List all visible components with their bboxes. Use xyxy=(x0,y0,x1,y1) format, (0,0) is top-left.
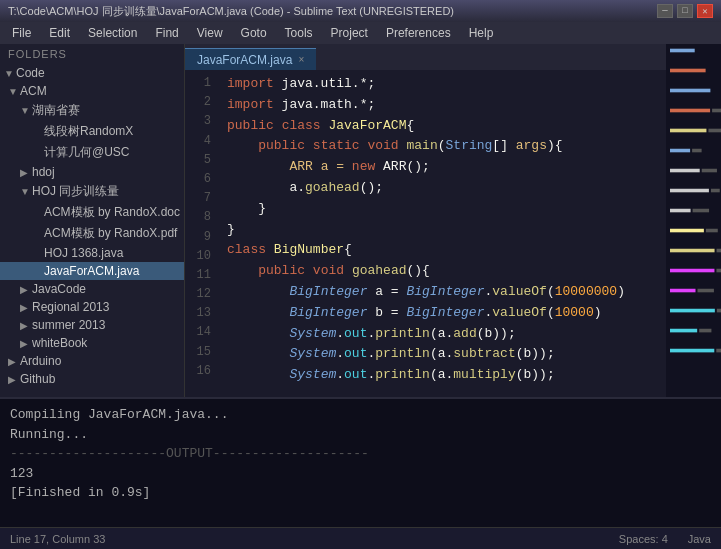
tree-item[interactable]: ▶whiteBook xyxy=(0,334,184,352)
code-token xyxy=(399,138,407,153)
code-token: main xyxy=(407,138,438,153)
line-number: 12 xyxy=(185,285,219,304)
tree-item-label: 计算几何@USC xyxy=(44,144,130,161)
menu-item-edit[interactable]: Edit xyxy=(41,24,78,42)
tree-item-label: Github xyxy=(20,372,55,386)
tab-close-icon[interactable]: × xyxy=(298,54,304,65)
spaces-indicator: Spaces: 4 xyxy=(619,533,668,545)
console-line: --------------------OUTPUT--------------… xyxy=(10,444,711,464)
tree-item[interactable]: ACM模板 by RandoX.doc xyxy=(0,202,184,223)
code-token: System xyxy=(289,346,336,361)
language-indicator: Java xyxy=(688,533,711,545)
code-token: System xyxy=(289,367,336,382)
tree-arrow-icon: ▼ xyxy=(20,186,32,197)
tree-item[interactable]: 线段树RandomX xyxy=(0,121,184,142)
code-token: . xyxy=(336,367,344,382)
tree-arrow-icon: ▶ xyxy=(20,167,32,178)
line-number: 4 xyxy=(185,132,219,151)
code-token: . xyxy=(336,346,344,361)
code-token: out xyxy=(344,367,367,382)
menu-item-find[interactable]: Find xyxy=(147,24,186,42)
tree-item[interactable]: HOJ 1368.java xyxy=(0,244,184,262)
minimize-button[interactable]: — xyxy=(657,4,673,18)
menu-item-view[interactable]: View xyxy=(189,24,231,42)
code-editor[interactable]: 12345678910111213141516 import java.util… xyxy=(185,70,666,397)
tree-item[interactable]: ▶hdoj xyxy=(0,163,184,181)
tree-item[interactable]: JavaForACM.java xyxy=(0,262,184,280)
code-token: (b)); xyxy=(516,367,555,382)
console-line: [Finished in 0.9s] xyxy=(10,483,711,503)
code-token: BigNumber xyxy=(274,242,344,257)
tree-item[interactable]: ▶JavaCode xyxy=(0,280,184,298)
code-token: ) xyxy=(594,305,602,320)
console-line: 123 xyxy=(10,464,711,484)
tree-item[interactable]: 计算几何@USC xyxy=(0,142,184,163)
menu-item-goto[interactable]: Goto xyxy=(233,24,275,42)
code-token xyxy=(266,242,274,257)
line-number: 6 xyxy=(185,170,219,189)
tree-item-label: ACM模板 by RandoX.doc xyxy=(44,204,180,221)
tree-item[interactable]: ▶Arduino xyxy=(0,352,184,370)
code-token: new xyxy=(352,159,375,174)
code-token: ARR a = xyxy=(289,159,351,174)
code-token xyxy=(305,263,313,278)
tree-item[interactable]: ▶summer 2013 xyxy=(0,316,184,334)
line-number: 8 xyxy=(185,208,219,227)
tree-item[interactable]: ▶Github xyxy=(0,370,184,388)
tree-item-label: hdoj xyxy=(32,165,55,179)
code-token: println xyxy=(375,346,430,361)
tree-item-label: JavaForACM.java xyxy=(44,264,139,278)
menu-item-selection[interactable]: Selection xyxy=(80,24,145,42)
code-token xyxy=(227,367,289,382)
status-right: Spaces: 4 Java xyxy=(619,533,711,545)
code-content: 12345678910111213141516 import java.util… xyxy=(185,70,666,390)
tree-item[interactable]: ▼湖南省赛 xyxy=(0,100,184,121)
code-token: } xyxy=(227,201,266,216)
code-line: import java.util.*; xyxy=(227,74,658,95)
code-token xyxy=(227,138,258,153)
tree-item-label: Regional 2013 xyxy=(32,300,109,314)
code-line: public static void main(String[] args){ xyxy=(227,136,658,157)
code-token: multiply xyxy=(453,367,515,382)
tree-item[interactable]: ACM模板 by RandoX.pdf xyxy=(0,223,184,244)
tree-item[interactable]: ▼HOJ 同步训练量 xyxy=(0,181,184,202)
code-token: goahead xyxy=(305,180,360,195)
code-token: println xyxy=(375,326,430,341)
code-token: println xyxy=(375,367,430,382)
code-token: { xyxy=(406,118,414,133)
line-number: 5 xyxy=(185,151,219,170)
code-token: void xyxy=(367,138,398,153)
code-token xyxy=(344,263,352,278)
tree-item[interactable]: ▼ACM xyxy=(0,82,184,100)
code-token xyxy=(227,346,289,361)
code-line: ARR a = new ARR(); xyxy=(227,157,658,178)
menu-item-help[interactable]: Help xyxy=(461,24,502,42)
tree-item-label: summer 2013 xyxy=(32,318,105,332)
code-token: static xyxy=(313,138,360,153)
code-token: import xyxy=(227,97,274,112)
file-tab[interactable]: JavaForACM.java × xyxy=(185,48,316,70)
code-token: a = xyxy=(367,284,406,299)
tree-item[interactable]: ▼Code xyxy=(0,64,184,82)
code-token: a. xyxy=(227,180,305,195)
maximize-button[interactable]: □ xyxy=(677,4,693,18)
menu-item-project[interactable]: Project xyxy=(323,24,376,42)
menu-item-file[interactable]: File xyxy=(4,24,39,42)
menu-item-tools[interactable]: Tools xyxy=(277,24,321,42)
editor-area: JavaForACM.java × 1234567891011121314151… xyxy=(185,44,666,397)
code-line: class BigNumber{ xyxy=(227,240,658,261)
line-number: 3 xyxy=(185,112,219,131)
menu-item-preferences[interactable]: Preferences xyxy=(378,24,459,42)
close-button[interactable]: ✕ xyxy=(697,4,713,18)
tree-arrow-icon: ▼ xyxy=(20,105,32,116)
console-line: Compiling JavaForACM.java... xyxy=(10,405,711,425)
console-area: Compiling JavaForACM.java...Running...--… xyxy=(0,397,721,527)
tree-item-label: HOJ 同步训练量 xyxy=(32,183,119,200)
tree-item[interactable]: ▶Regional 2013 xyxy=(0,298,184,316)
title-text: T:\Code\ACM\HOJ 同步训练量\JavaForACM.java (C… xyxy=(8,4,454,19)
tree-arrow-icon: ▶ xyxy=(8,374,20,385)
code-token: ( xyxy=(547,305,555,320)
code-token: add xyxy=(453,326,476,341)
code-line: System.out.println(a.multiply(b)); xyxy=(227,365,658,386)
code-token: 10000000 xyxy=(555,284,617,299)
